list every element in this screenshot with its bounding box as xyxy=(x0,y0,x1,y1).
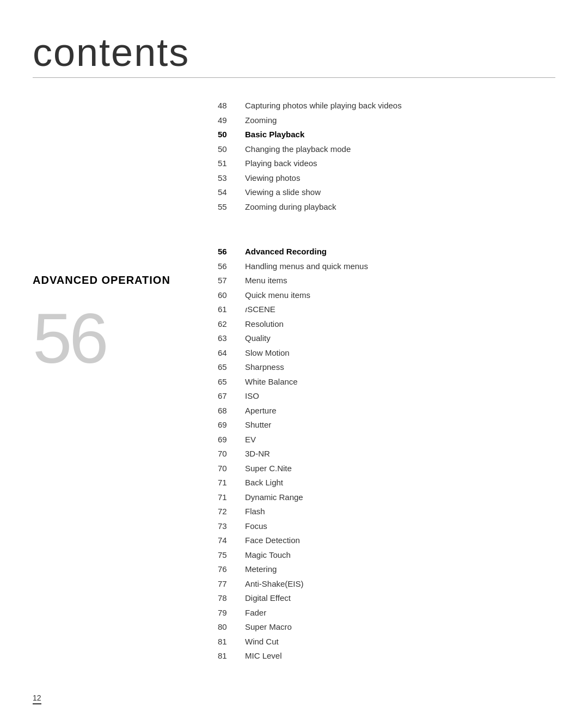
toc-entry: 78 Digital Effect xyxy=(218,592,555,605)
toc-text: EV xyxy=(245,434,256,446)
toc-number: 67 xyxy=(218,390,245,403)
toc-text: ıSCENE xyxy=(245,303,275,316)
toc-entry: 53 Viewing photos xyxy=(218,172,555,185)
top-toc-section: 48 Capturing photos while playing back v… xyxy=(218,100,555,213)
toc-entry: 55 Zooming during playback xyxy=(218,201,555,214)
toc-entry: 60 Quick menu items xyxy=(218,289,555,302)
toc-text: Digital Effect xyxy=(245,592,291,605)
toc-text: Wind Cut xyxy=(245,636,279,648)
toc-number: 57 xyxy=(218,275,245,287)
toc-text: Zooming during playback xyxy=(245,201,336,214)
toc-entry: 62 Resolution xyxy=(218,318,555,331)
toc-text: Viewing a slide show xyxy=(245,186,321,199)
toc-text: Quality xyxy=(245,332,271,345)
toc-entry: 56 Handling menus and quick menus xyxy=(218,260,555,273)
toc-entry: 76 Metering xyxy=(218,563,555,576)
toc-number: 56 xyxy=(218,246,245,258)
toc-number: 50 xyxy=(218,143,245,156)
toc-number: 77 xyxy=(218,578,245,591)
page-number: 12 xyxy=(33,693,41,702)
toc-entry: 74 Face Detection xyxy=(218,534,555,547)
toc-number: 79 xyxy=(218,607,245,619)
toc-number: 75 xyxy=(218,549,245,562)
toc-text: Capturing photos while playing back vide… xyxy=(245,100,402,112)
toc-text: Dynamic Range xyxy=(245,491,303,504)
toc-entry: 80 Super Macro xyxy=(218,621,555,634)
toc-number: 54 xyxy=(218,186,245,199)
toc-number: 80 xyxy=(218,621,245,634)
toc-entry: 63 Quality xyxy=(218,332,555,345)
toc-text: 3D-NR xyxy=(245,448,270,460)
toc-text: Sharpness xyxy=(245,361,284,374)
toc-entry: 51 Playing back videos xyxy=(218,157,555,170)
toc-entry: 67 ISO xyxy=(218,390,555,403)
toc-entry: 65 White Balance xyxy=(218,376,555,388)
toc-text: Super Macro xyxy=(245,621,292,634)
toc-number: 65 xyxy=(218,376,245,388)
toc-text: Shutter xyxy=(245,419,271,431)
toc-entry: 70 3D-NR xyxy=(218,448,555,460)
toc-text: Viewing photos xyxy=(245,172,300,185)
toc-number: 53 xyxy=(218,172,245,185)
toc-number: 48 xyxy=(218,100,245,112)
toc-text: Face Detection xyxy=(245,534,300,547)
toc-entry: 57 Menu items xyxy=(218,275,555,287)
toc-number: 62 xyxy=(218,318,245,331)
toc-entry: 73 Focus xyxy=(218,520,555,533)
right-column: 48 Capturing photos while playing back v… xyxy=(218,100,555,679)
main-layout: ADVANCED OPERATION 56 48 Capturing photo… xyxy=(33,100,555,679)
toc-number: 73 xyxy=(218,520,245,533)
toc-number: 56 xyxy=(218,260,245,273)
toc-entry: 49 Zooming xyxy=(218,114,555,127)
toc-text: Flash xyxy=(245,506,265,518)
toc-entry: 50 Changing the playback mode xyxy=(218,143,555,156)
toc-text: White Balance xyxy=(245,376,298,388)
toc-entry: 72 Flash xyxy=(218,506,555,518)
toc-entry: 81 Wind Cut xyxy=(218,636,555,648)
italic-letter: ı xyxy=(245,305,247,314)
toc-text: Resolution xyxy=(245,318,284,331)
toc-text: ISO xyxy=(245,390,259,403)
toc-number: 81 xyxy=(218,636,245,648)
toc-text: Focus xyxy=(245,520,267,533)
toc-number: 49 xyxy=(218,114,245,127)
left-column: ADVANCED OPERATION 56 xyxy=(33,100,218,679)
toc-entry: 64 Slow Motion xyxy=(218,347,555,360)
toc-number: 70 xyxy=(218,448,245,460)
advanced-operation-title: ADVANCED OPERATION xyxy=(33,274,196,287)
toc-entry: 61 ıSCENE xyxy=(218,303,555,316)
toc-entry: 69 Shutter xyxy=(218,419,555,431)
toc-number: 50 xyxy=(218,129,245,141)
toc-number: 51 xyxy=(218,157,245,170)
toc-text: Anti-Shake(EIS) xyxy=(245,578,304,591)
toc-entry: 81 MIC Level xyxy=(218,650,555,662)
toc-entry: 77 Anti-Shake(EIS) xyxy=(218,578,555,591)
toc-text: Super C.Nite xyxy=(245,463,292,475)
toc-text: Metering xyxy=(245,563,277,576)
toc-number: 70 xyxy=(218,463,245,475)
toc-number: 63 xyxy=(218,332,245,345)
toc-number: 76 xyxy=(218,563,245,576)
advanced-toc-section: 56 Advanced Recording 56 Handling menus … xyxy=(218,246,555,662)
page-container: contents ADVANCED OPERATION 56 48 Captur… xyxy=(0,0,588,724)
toc-number: 68 xyxy=(218,405,245,417)
toc-entry: 68 Aperture xyxy=(218,405,555,417)
toc-entry: 69 EV xyxy=(218,434,555,446)
toc-entry: 50 Basic Playback xyxy=(218,129,555,141)
toc-number: 55 xyxy=(218,201,245,214)
page-title: contents xyxy=(33,33,555,78)
toc-number: 81 xyxy=(218,650,245,662)
toc-number: 78 xyxy=(218,592,245,605)
toc-entry: 71 Back Light xyxy=(218,477,555,489)
toc-entry: 71 Dynamic Range xyxy=(218,491,555,504)
toc-entry: 65 Sharpness xyxy=(218,361,555,374)
toc-number: 65 xyxy=(218,361,245,374)
big-section-number: 56 xyxy=(33,303,196,374)
toc-number: 69 xyxy=(218,419,245,431)
toc-text: Handling menus and quick menus xyxy=(245,260,368,273)
toc-text: Quick menu items xyxy=(245,289,310,302)
toc-text: Back Light xyxy=(245,477,283,489)
toc-number: 72 xyxy=(218,506,245,518)
toc-text: MIC Level xyxy=(245,650,282,662)
toc-number: 74 xyxy=(218,534,245,547)
